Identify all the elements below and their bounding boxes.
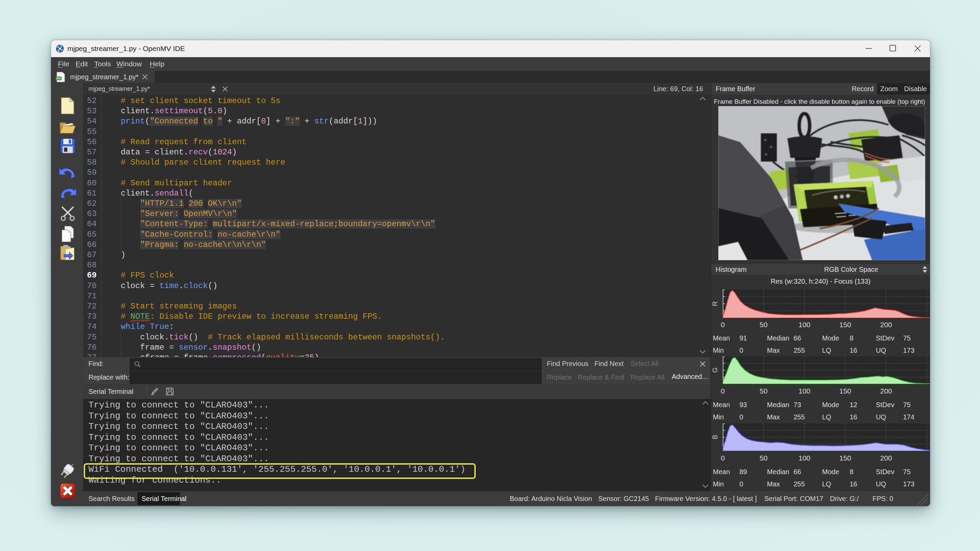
svg-text:PY: PY — [56, 76, 61, 80]
